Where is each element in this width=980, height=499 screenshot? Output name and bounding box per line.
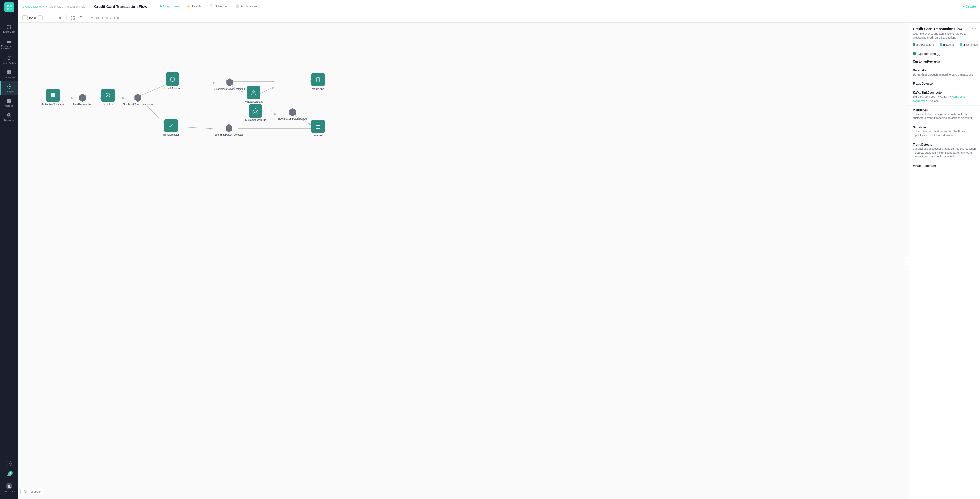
right-panel: Credit Card Transaction Flow ••• Example… bbox=[908, 23, 980, 499]
sidebar-item-designer[interactable]: Designer bbox=[0, 81, 18, 95]
graph-canvas[interactable]: KafkaSinkConnector CardTransaction Scrub… bbox=[18, 23, 908, 499]
sidebar-item-discovery[interactable]: Discovery bbox=[0, 110, 18, 124]
sidebar-expand-button[interactable]: › bbox=[6, 14, 12, 19]
node-spending-pattern[interactable]: SpendingPatternDetected bbox=[215, 124, 244, 136]
copy-button[interactable] bbox=[78, 15, 84, 21]
node-shape-event bbox=[225, 124, 233, 132]
stat-events: 5 Events bbox=[940, 43, 955, 47]
stat-applications: 8 Applications bbox=[913, 43, 935, 47]
node-shape bbox=[46, 89, 60, 102]
svg-point-36 bbox=[59, 17, 61, 19]
node-suspicious-label: SuspiciousActivityDetected bbox=[215, 87, 245, 90]
tab-schemas-label: Schemas bbox=[215, 5, 228, 8]
sidebar-item-catalog[interactable]: Catalog bbox=[0, 95, 18, 110]
feedback-button[interactable]: 💬 Feedback bbox=[21, 488, 45, 495]
settings-button[interactable] bbox=[57, 15, 63, 21]
sidebar-item-event-portal[interactable]: Event Portal bbox=[0, 67, 18, 81]
node-suspicious-activity[interactable]: SuspiciousActivityDetected bbox=[215, 78, 245, 90]
sidebar-item-profile[interactable]: Solace SEs bbox=[0, 480, 18, 495]
panel-options-button[interactable]: ••• bbox=[972, 27, 976, 31]
stat-schemas-count: 4 bbox=[963, 43, 965, 47]
list-view-button[interactable] bbox=[49, 15, 55, 21]
sidebar-item-event-mesh[interactable]: Event Mesh bbox=[0, 21, 18, 36]
svg-line-49 bbox=[181, 127, 212, 129]
designer-icon bbox=[6, 84, 12, 89]
svg-rect-37 bbox=[80, 17, 82, 19]
discovery-icon bbox=[6, 112, 12, 118]
svg-rect-14 bbox=[7, 42, 11, 43]
item-name: VirtualAssistant bbox=[913, 164, 976, 168]
svg-rect-17 bbox=[7, 70, 9, 72]
stat-events-dot bbox=[940, 43, 942, 46]
list-item-fraud-detector[interactable]: FraudDetector bbox=[909, 79, 980, 88]
item-name: TrendDetector bbox=[913, 143, 976, 146]
node-reward-campaign-label: RewardCampaignStarted bbox=[278, 118, 307, 120]
toolbar-separator-1 bbox=[46, 15, 46, 21]
stat-events-label: Events bbox=[946, 43, 955, 46]
zoom-level: 104% bbox=[29, 16, 37, 20]
item-name: KafkaSinkConnector bbox=[913, 91, 976, 94]
list-item-customer-rewards[interactable]: CustomerRewards bbox=[909, 57, 980, 66]
zoom-out-button[interactable]: - bbox=[22, 15, 27, 21]
svg-rect-1 bbox=[10, 5, 12, 6]
tab-applications-label: Applications bbox=[241, 5, 258, 8]
sidebar-item-help[interactable]: ? bbox=[0, 458, 18, 469]
svg-rect-53 bbox=[51, 95, 56, 96]
node-scrubber-label: Scrubber bbox=[103, 103, 113, 106]
node-fraud-label: FraudDetector bbox=[164, 87, 181, 89]
page-title: Credit Card Transaction Flow: bbox=[94, 4, 148, 9]
applications-tab-icon: ⬜ bbox=[235, 4, 239, 8]
node-card-transaction[interactable]: CardTransaction bbox=[73, 94, 92, 106]
svg-rect-54 bbox=[51, 96, 56, 97]
svg-point-57 bbox=[253, 91, 255, 92]
node-fraud-detector[interactable]: FraudDetector bbox=[164, 72, 181, 89]
graph-panel-container: KafkaSinkConnector CardTransaction Scrub… bbox=[18, 23, 980, 499]
panel-expand-handle[interactable]: › bbox=[905, 257, 908, 265]
create-button[interactable]: + Create bbox=[963, 5, 976, 8]
item-desc: locked down application that scrubs Pii … bbox=[913, 130, 976, 138]
node-mobile-app[interactable]: MobileApp bbox=[311, 73, 325, 90]
node-trend-detector[interactable]: TrendDetector bbox=[163, 119, 179, 136]
list-item-kafka-sink[interactable]: KafkaSinkConnector 3rd party services =>… bbox=[909, 88, 980, 106]
sidebar-item-messaging-services[interactable]: Messaging Services bbox=[0, 36, 18, 52]
svg-rect-55 bbox=[51, 93, 56, 94]
sidebar-item-notifications[interactable]: 6 bbox=[0, 469, 18, 480]
list-item-trend-detector[interactable]: TrendDetector transactions processor tha… bbox=[909, 140, 980, 162]
node-kafka-label: KafkaSinkConnector bbox=[41, 103, 65, 106]
sidebar-item-label: Mesh Builder bbox=[3, 62, 16, 64]
node-data-lake[interactable]: DataLake bbox=[311, 120, 325, 137]
panel-stats: 8 Applications 5 Events 4 Schemas bbox=[913, 43, 976, 47]
svg-rect-33 bbox=[51, 17, 54, 17]
app-logo[interactable] bbox=[4, 2, 14, 12]
tab-schemas[interactable]: 📄 Schemas bbox=[206, 3, 231, 10]
node-kafka-sink-connector[interactable]: KafkaSinkConnector bbox=[41, 89, 65, 106]
zoom-in-button[interactable]: + bbox=[38, 15, 43, 21]
node-scrubbed-card-transaction[interactable]: ScrubbedCardTransaction bbox=[123, 94, 153, 106]
tab-graph-view[interactable]: Graph View bbox=[156, 3, 183, 10]
node-shape-event bbox=[288, 108, 297, 116]
node-shape bbox=[249, 104, 262, 118]
list-item-scrubber[interactable]: Scrubber locked down application that sc… bbox=[909, 123, 980, 140]
breadcrumb-parent[interactable]: Event Designer bbox=[22, 5, 41, 8]
item-name: FraudDetector bbox=[913, 82, 976, 86]
node-shape bbox=[101, 89, 115, 102]
applications-color-indicator bbox=[913, 52, 916, 56]
list-item-data-lake[interactable]: DataLake stores data products related to… bbox=[909, 66, 980, 79]
node-virtual-assistant[interactable]: VirtualAssistant bbox=[245, 86, 262, 103]
node-customer-rewards[interactable]: CustomerRewards bbox=[245, 104, 266, 121]
item-name: Scrubber bbox=[913, 126, 976, 129]
tab-events[interactable]: ⚡ Events bbox=[183, 3, 205, 10]
svg-point-60 bbox=[316, 124, 320, 126]
fullscreen-button[interactable] bbox=[70, 15, 76, 21]
tab-applications[interactable]: ⬜ Applications bbox=[232, 3, 261, 10]
svg-rect-29 bbox=[10, 101, 11, 103]
list-item-mobile-app[interactable]: MobileApp responsible for sending out a … bbox=[909, 106, 980, 123]
node-scrubber[interactable]: Scrubber bbox=[101, 89, 115, 106]
breadcrumb-separator: › bbox=[43, 5, 44, 8]
toolbar: - 104% + bbox=[18, 13, 980, 23]
help-icon: ? bbox=[6, 461, 12, 466]
list-item-virtual-assistant[interactable]: VirtualAssistant bbox=[909, 162, 980, 170]
node-reward-campaign[interactable]: RewardCampaignStarted bbox=[278, 108, 307, 120]
sidebar-item-mesh-builder[interactable]: Mesh Builder bbox=[0, 52, 18, 67]
kafka-link[interactable]: Kafka sink connector bbox=[913, 95, 965, 102]
